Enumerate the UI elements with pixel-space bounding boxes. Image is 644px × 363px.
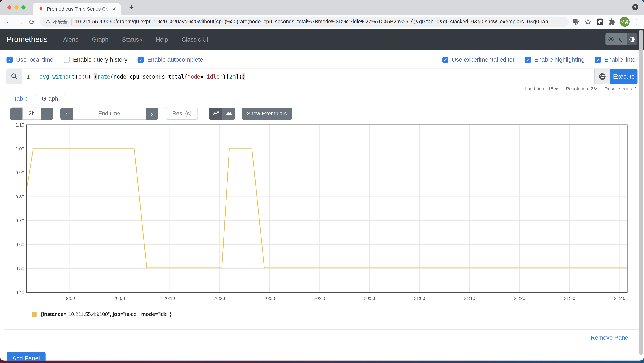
area-chart-icon bbox=[225, 110, 232, 117]
resolution: Resolution: 28s bbox=[566, 86, 598, 91]
time-series-graph[interactable]: 0.400.500.600.700.800.901.001.1019:5020:… bbox=[14, 122, 640, 306]
svg-text:19:50: 19:50 bbox=[64, 296, 75, 301]
metrics-explorer-button[interactable] bbox=[595, 69, 610, 84]
checkbox[interactable] bbox=[442, 56, 448, 62]
option-enable-query-history[interactable]: Enable query history bbox=[64, 56, 128, 63]
tab-title: Prometheus Time Series Collec bbox=[47, 6, 111, 12]
search-addon bbox=[7, 69, 22, 84]
theme-dark-button[interactable] bbox=[616, 33, 627, 45]
checkbox[interactable] bbox=[138, 56, 144, 62]
tab-table[interactable]: Table bbox=[7, 94, 35, 104]
screen: Prometheus Time Series Collec ✕ + ▼ ← → … bbox=[0, 0, 644, 363]
checkbox[interactable] bbox=[64, 56, 70, 62]
stacked-chart-button[interactable] bbox=[222, 108, 236, 120]
scrollbar-thumb[interactable] bbox=[639, 30, 643, 355]
nav-status[interactable]: Status▾ bbox=[118, 33, 146, 46]
option-enable-highlighting[interactable]: Enable highlighting bbox=[525, 56, 585, 63]
theme-auto-button[interactable] bbox=[627, 33, 637, 45]
prev-time-button[interactable]: ‹ bbox=[60, 108, 73, 120]
checkbox[interactable] bbox=[525, 56, 531, 62]
sun-icon bbox=[608, 36, 614, 42]
svg-text:21:00: 21:00 bbox=[414, 296, 425, 301]
theme-toggle-group bbox=[605, 33, 637, 45]
divider bbox=[71, 19, 71, 24]
browser-tab[interactable]: Prometheus Time Series Collec ✕ bbox=[33, 3, 121, 15]
prometheus-favicon bbox=[38, 6, 44, 12]
option-enable-linter[interactable]: Enable linter bbox=[595, 56, 638, 63]
checkbox-label: Enable autocomplete bbox=[147, 56, 203, 63]
series-label: {instance="10.211.55.4:9100", job="node"… bbox=[40, 312, 172, 317]
browser-menu-icon[interactable]: ⋮ bbox=[634, 18, 640, 26]
tab-close-icon[interactable]: ✕ bbox=[111, 6, 118, 12]
checkbox-label: Enable highlighting bbox=[534, 56, 584, 63]
svg-text:0.50: 0.50 bbox=[16, 266, 24, 271]
end-time-group: ‹ › bbox=[60, 108, 158, 120]
option-enable-autocomplete[interactable]: Enable autocomplete bbox=[138, 56, 203, 63]
toolbar-icons: G bbox=[572, 17, 640, 27]
browser-toolbar: ← → ⟳ 不安全 10.211.55.4:9090/graph?g0.expr… bbox=[0, 15, 644, 29]
range-input[interactable] bbox=[23, 108, 41, 120]
query-expression-input[interactable]: 1 - avg without(cpu) (rate(node_cpu_seco… bbox=[22, 69, 594, 84]
checkbox-label: Use experimental editor bbox=[452, 56, 514, 63]
nav-help[interactable]: Help bbox=[152, 33, 172, 46]
nav-graph[interactable]: Graph bbox=[88, 33, 113, 46]
brand-prometheus[interactable]: Prometheus bbox=[7, 35, 48, 44]
minimize-window-button[interactable] bbox=[14, 6, 18, 10]
reload-button[interactable]: ⟳ bbox=[26, 18, 38, 26]
line-chart-button[interactable] bbox=[209, 108, 222, 120]
browser-tab-strip: Prometheus Time Series Collec ✕ + ▼ bbox=[0, 0, 644, 15]
translate-icon[interactable]: G bbox=[572, 18, 580, 26]
new-tab-button[interactable]: + bbox=[126, 3, 136, 12]
nav-alerts[interactable]: Alerts bbox=[59, 33, 82, 46]
show-exemplars-button[interactable]: Show Exemplars bbox=[242, 108, 292, 120]
url-text: 10.211.55.4:9090/graph?g0.expr=1%20-%20a… bbox=[75, 19, 553, 24]
result-series: Result series: 1 bbox=[604, 86, 637, 91]
svg-text:1.10: 1.10 bbox=[16, 122, 24, 128]
graph-legend[interactable]: {instance="10.211.55.4:9100", job="node"… bbox=[32, 312, 640, 317]
bookmark-star-icon[interactable] bbox=[584, 18, 592, 26]
graph-panel: − + ‹ › bbox=[4, 104, 640, 330]
duration-stepper: − + bbox=[10, 108, 53, 120]
end-time-input[interactable] bbox=[73, 108, 146, 120]
theme-light-button[interactable] bbox=[605, 33, 616, 45]
fullscreen-window-button[interactable] bbox=[22, 6, 26, 10]
close-window-button[interactable] bbox=[7, 6, 12, 10]
svg-text:20:30: 20:30 bbox=[264, 296, 275, 301]
svg-text:20:50: 20:50 bbox=[364, 296, 375, 301]
back-button[interactable]: ← bbox=[3, 18, 15, 26]
option-use-local-time[interactable]: Use local time bbox=[7, 56, 54, 63]
extensions-puzzle-icon[interactable] bbox=[608, 18, 616, 26]
checkbox-label: Enable linter bbox=[604, 56, 637, 63]
nav-classic-ui[interactable]: Classic UI bbox=[178, 33, 212, 46]
svg-text:0.40: 0.40 bbox=[16, 290, 24, 295]
address-bar[interactable]: 不安全 10.211.55.4:9090/graph?g0.expr=1%20-… bbox=[40, 17, 569, 27]
security-label: 不安全 bbox=[53, 18, 68, 25]
forward-button[interactable]: → bbox=[15, 18, 26, 26]
increase-range-button[interactable]: + bbox=[40, 108, 53, 120]
execute-button[interactable]: Execute bbox=[610, 69, 638, 84]
extension-app-icon[interactable] bbox=[596, 18, 604, 26]
resolution-input[interactable] bbox=[166, 108, 198, 120]
tab-search-button[interactable]: ▼ bbox=[632, 4, 638, 10]
search-icon bbox=[11, 73, 18, 80]
checkbox[interactable] bbox=[7, 56, 13, 62]
svg-text:21:30: 21:30 bbox=[564, 296, 575, 301]
svg-text:21:20: 21:20 bbox=[514, 296, 525, 301]
warning-icon bbox=[45, 19, 51, 24]
tab-graph[interactable]: Graph bbox=[35, 94, 66, 104]
svg-text:20:20: 20:20 bbox=[214, 296, 225, 301]
svg-text:20:10: 20:10 bbox=[164, 296, 175, 301]
next-time-button[interactable]: › bbox=[146, 108, 158, 120]
svg-text:0.80: 0.80 bbox=[16, 194, 24, 199]
option-use-experimental-editor[interactable]: Use experimental editor bbox=[442, 56, 514, 63]
globe-icon bbox=[598, 72, 606, 80]
svg-text:21:10: 21:10 bbox=[464, 296, 475, 301]
decrease-range-button[interactable]: − bbox=[10, 108, 23, 120]
add-panel-button[interactable]: Add Panel bbox=[7, 352, 46, 361]
remove-panel-link[interactable]: Remove Panel bbox=[591, 334, 630, 341]
options-right: Use experimental editor Enable highlight… bbox=[442, 56, 637, 63]
svg-text:20:00: 20:00 bbox=[114, 296, 125, 301]
checkbox[interactable] bbox=[595, 56, 601, 62]
security-chip[interactable]: 不安全 bbox=[45, 18, 68, 25]
profile-avatar[interactable]: 铭贤 bbox=[620, 17, 630, 27]
